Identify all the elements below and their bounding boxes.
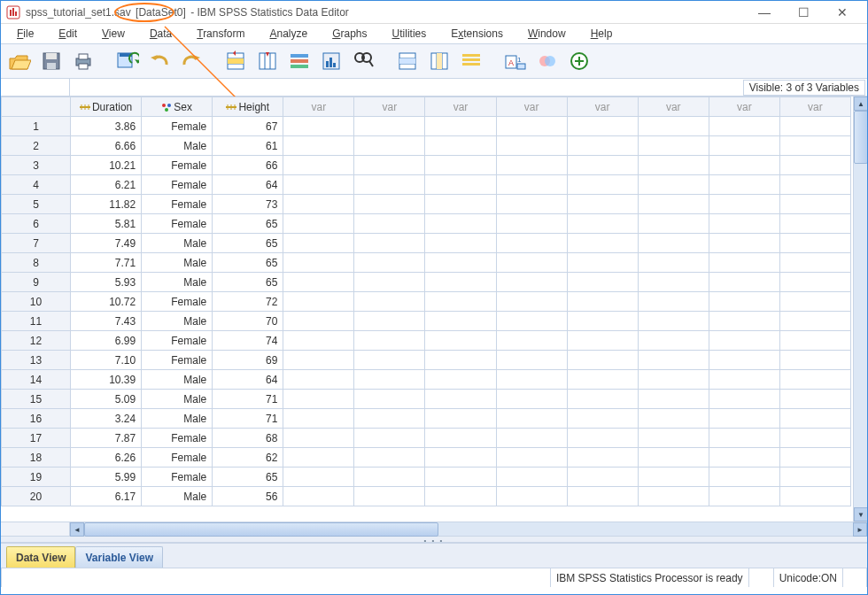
empty-cell[interactable] bbox=[283, 487, 354, 506]
print-icon[interactable] bbox=[70, 48, 97, 74]
row-header[interactable]: 17 bbox=[2, 429, 71, 448]
cell[interactable]: 3.86 bbox=[71, 117, 142, 136]
row-header[interactable]: 5 bbox=[2, 195, 71, 214]
empty-column-header[interactable]: var bbox=[496, 97, 567, 117]
empty-cell[interactable] bbox=[283, 292, 354, 312]
cell[interactable]: 70 bbox=[213, 312, 283, 331]
menu-utilities[interactable]: Utilities bbox=[380, 26, 439, 42]
empty-cell[interactable] bbox=[779, 195, 850, 214]
empty-cell[interactable] bbox=[779, 292, 850, 312]
empty-cell[interactable] bbox=[779, 312, 850, 331]
cell[interactable]: Female bbox=[142, 156, 213, 175]
cell[interactable]: 7.87 bbox=[71, 429, 142, 448]
empty-cell[interactable] bbox=[638, 136, 709, 156]
empty-cell[interactable] bbox=[496, 331, 567, 351]
column-header-height[interactable]: Height bbox=[213, 97, 283, 117]
empty-cell[interactable] bbox=[496, 117, 567, 136]
empty-cell[interactable] bbox=[354, 487, 425, 506]
cell[interactable]: 67 bbox=[213, 117, 283, 136]
empty-cell[interactable] bbox=[567, 448, 638, 468]
scroll-right-icon[interactable]: ► bbox=[853, 522, 867, 537]
empty-cell[interactable] bbox=[779, 175, 850, 195]
menu-view[interactable]: View bbox=[89, 26, 137, 42]
empty-cell[interactable] bbox=[638, 331, 709, 351]
empty-cell[interactable] bbox=[283, 175, 354, 195]
empty-cell[interactable] bbox=[425, 390, 496, 409]
empty-cell[interactable] bbox=[425, 312, 496, 331]
empty-cell[interactable] bbox=[496, 156, 567, 175]
empty-cell[interactable] bbox=[567, 117, 638, 136]
empty-cell[interactable] bbox=[709, 136, 779, 156]
row-header[interactable]: 13 bbox=[2, 351, 71, 370]
cell[interactable]: Male bbox=[142, 487, 213, 506]
empty-cell[interactable] bbox=[354, 468, 425, 487]
scroll-up-icon[interactable]: ▲ bbox=[854, 97, 867, 111]
cell[interactable]: 74 bbox=[213, 331, 283, 351]
empty-cell[interactable] bbox=[779, 253, 850, 273]
cell[interactable]: 65 bbox=[213, 214, 283, 234]
empty-cell[interactable] bbox=[354, 390, 425, 409]
empty-cell[interactable] bbox=[354, 234, 425, 253]
empty-cell[interactable] bbox=[638, 390, 709, 409]
column-header-sex[interactable]: Sex bbox=[142, 97, 213, 117]
minimize-button[interactable]: — bbox=[745, 2, 784, 23]
cell[interactable]: Male bbox=[142, 253, 213, 273]
cell[interactable]: 71 bbox=[213, 409, 283, 429]
empty-cell[interactable] bbox=[567, 370, 638, 390]
empty-cell[interactable] bbox=[283, 390, 354, 409]
open-icon[interactable] bbox=[6, 48, 33, 74]
empty-cell[interactable] bbox=[709, 117, 779, 136]
empty-cell[interactable] bbox=[779, 136, 850, 156]
cell[interactable]: 5.93 bbox=[71, 273, 142, 292]
empty-cell[interactable] bbox=[354, 331, 425, 351]
empty-cell[interactable] bbox=[283, 156, 354, 175]
empty-cell[interactable] bbox=[567, 234, 638, 253]
cell[interactable]: 69 bbox=[213, 351, 283, 370]
empty-cell[interactable] bbox=[638, 468, 709, 487]
cell[interactable]: Female bbox=[142, 331, 213, 351]
empty-cell[interactable] bbox=[425, 429, 496, 448]
run-descriptives-icon[interactable] bbox=[318, 48, 345, 74]
insert-cases-icon[interactable] bbox=[394, 48, 421, 74]
row-header[interactable]: 6 bbox=[2, 214, 71, 234]
empty-cell[interactable] bbox=[283, 214, 354, 234]
column-header-duration[interactable]: Duration bbox=[71, 97, 142, 117]
cell[interactable]: Male bbox=[142, 312, 213, 331]
empty-cell[interactable] bbox=[638, 312, 709, 331]
empty-cell[interactable] bbox=[779, 468, 850, 487]
empty-cell[interactable] bbox=[567, 156, 638, 175]
value-labels-icon[interactable] bbox=[566, 48, 593, 74]
empty-cell[interactable] bbox=[638, 214, 709, 234]
cell[interactable]: 6.21 bbox=[71, 175, 142, 195]
empty-cell[interactable] bbox=[567, 253, 638, 273]
empty-cell[interactable] bbox=[567, 312, 638, 331]
empty-cell[interactable] bbox=[425, 351, 496, 370]
row-header[interactable]: 3 bbox=[2, 156, 71, 175]
cell[interactable]: 10.21 bbox=[71, 156, 142, 175]
cell[interactable]: 3.24 bbox=[71, 409, 142, 429]
empty-cell[interactable] bbox=[709, 409, 779, 429]
empty-cell[interactable] bbox=[709, 429, 779, 448]
empty-cell[interactable] bbox=[779, 409, 850, 429]
empty-cell[interactable] bbox=[496, 234, 567, 253]
row-header[interactable]: 18 bbox=[2, 448, 71, 468]
empty-cell[interactable] bbox=[496, 312, 567, 331]
split-file-icon[interactable] bbox=[458, 48, 484, 74]
empty-cell[interactable] bbox=[283, 331, 354, 351]
empty-column-header[interactable]: var bbox=[354, 97, 425, 117]
empty-cell[interactable] bbox=[354, 273, 425, 292]
empty-cell[interactable] bbox=[567, 331, 638, 351]
empty-cell[interactable] bbox=[354, 175, 425, 195]
scroll-left-icon[interactable]: ◄ bbox=[70, 522, 84, 537]
row-header[interactable]: 10 bbox=[2, 292, 71, 312]
empty-cell[interactable] bbox=[425, 117, 496, 136]
cell[interactable]: Female bbox=[142, 468, 213, 487]
empty-cell[interactable] bbox=[425, 253, 496, 273]
empty-cell[interactable] bbox=[354, 312, 425, 331]
empty-cell[interactable] bbox=[496, 195, 567, 214]
cell[interactable]: 56 bbox=[213, 487, 283, 506]
empty-cell[interactable] bbox=[638, 156, 709, 175]
cell[interactable]: 5.99 bbox=[71, 468, 142, 487]
row-header[interactable]: 8 bbox=[2, 253, 71, 273]
redo-icon[interactable] bbox=[178, 48, 205, 74]
